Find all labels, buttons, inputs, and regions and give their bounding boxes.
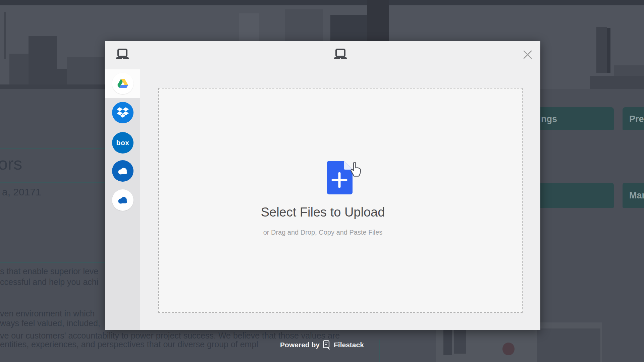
google-drive-icon [112,73,133,94]
powered-by-label: Powered by [280,341,320,349]
cursor-pointer-hand [348,161,362,178]
building [285,9,323,41]
box-icon: box [112,132,133,154]
laptop-icon [334,48,347,60]
my-device-source-icon[interactable] [116,48,129,62]
page-bottom-line: ways feel valued, included, [0,318,100,328]
building [9,54,29,89]
active-source-indicator [334,48,347,62]
close-icon [523,50,532,59]
building [367,0,389,41]
card-header-label: Pre [629,114,644,124]
building [0,84,107,89]
filestack-logo-icon [323,340,331,350]
page-bottom-line: ven environment in which [0,309,95,318]
onedrive-icon [112,160,133,182]
building [596,27,607,73]
source-sidebar: box [105,69,140,330]
building [4,12,6,59]
sidebar-item-onedrive[interactable] [105,156,140,185]
page-heading-fragment: ors [0,154,22,174]
section-divider [0,148,105,149]
close-button[interactable] [523,50,532,59]
dropbox-icon [112,102,133,123]
building [330,15,367,41]
filestack-brand-label: Filestack [334,341,364,349]
building [239,13,259,41]
page-paragraph-line: s that enable superior leve [0,266,98,276]
section-divider [0,262,105,263]
sidebar-item-google-drive[interactable] [105,69,140,98]
card-header-label: Mar [629,190,644,201]
dropzone-title: Select Files to Upload [105,205,540,220]
building [29,36,57,89]
card-header-label: ngs [541,114,557,124]
box-logo-text: box [116,139,129,147]
sidebar-item-dropbox[interactable] [105,98,140,127]
screen: ors a, 20171 s that enable superior leve… [0,0,644,362]
page-paragraph-line: ccessful and help you achi [0,277,98,287]
section-divider [0,182,105,183]
file-drop-zone[interactable] [158,88,523,313]
building [607,28,610,73]
filestack-picker-modal: box [105,41,540,330]
sidebar-item-box[interactable]: box [105,127,140,156]
building [590,76,644,89]
page-top-bar [0,0,644,5]
powered-by-footer: Powered by Filestack [0,339,644,351]
page-address-fragment: a, 20171 [2,186,41,198]
laptop-icon [116,48,129,60]
dropzone-subtitle: or Drag and Drop, Copy and Paste Files [105,229,540,236]
